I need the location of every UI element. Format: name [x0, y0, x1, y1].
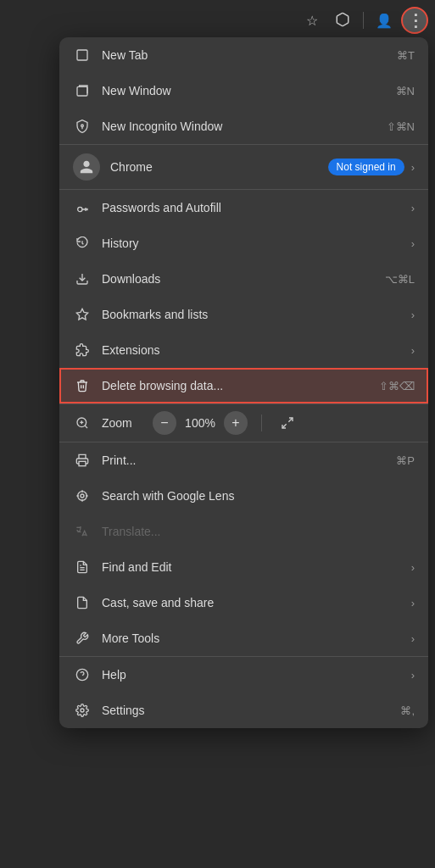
history-item[interactable]: History ›	[59, 225, 428, 261]
new-tab-icon	[73, 46, 92, 64]
cast-save-item[interactable]: Cast, save and share ›	[59, 585, 428, 620]
zoom-minus-icon: −	[160, 415, 168, 431]
passwords-label: Passwords and Autofill	[102, 201, 404, 214]
chrome-profile-label: Chrome	[110, 160, 328, 174]
extensions-icon	[73, 341, 92, 359]
svg-rect-12	[79, 461, 86, 465]
more-tools-icon	[73, 629, 92, 648]
cast-save-label: Cast, save and share	[102, 596, 404, 609]
downloads-shortcut: ⌥⌘L	[385, 273, 415, 286]
profile-button[interactable]: 👤	[371, 7, 398, 34]
settings-icon	[73, 701, 92, 720]
bookmarks-item[interactable]: Bookmarks and lists ›	[59, 297, 428, 332]
zoom-label: Zoom	[102, 416, 153, 430]
print-shortcut: ⌘P	[396, 454, 415, 467]
new-tab-shortcut: ⌘T	[397, 49, 415, 62]
tools-section: Passwords and Autofill › History ›	[59, 190, 428, 404]
new-window-shortcut: ⌘N	[396, 85, 415, 97]
zoom-value: 100%	[183, 416, 217, 430]
settings-item[interactable]: Settings ⌘,	[59, 693, 428, 728]
svg-rect-0	[77, 50, 87, 60]
help-arrow: ›	[411, 669, 415, 682]
google-lens-item[interactable]: Search with Google Lens	[59, 478, 428, 514]
new-tabs-section: New Tab ⌘T New Window ⌘N New Incognit	[59, 37, 428, 145]
zoom-icon	[73, 414, 92, 432]
find-edit-arrow: ›	[411, 561, 415, 574]
profile-avatar-icon: 👤	[376, 13, 393, 29]
downloads-item[interactable]: Downloads ⌥⌘L	[59, 261, 428, 297]
zoom-plus-icon: +	[231, 415, 239, 431]
help-icon	[73, 665, 92, 684]
translate-item: Translate...	[59, 514, 428, 549]
zoom-minus-button[interactable]: −	[153, 411, 176, 435]
history-arrow: ›	[411, 237, 415, 250]
new-tab-label: New Tab	[102, 48, 397, 62]
settings-shortcut: ⌘,	[400, 704, 415, 717]
chrome-profile-item[interactable]: Chrome Not signed in ›	[59, 145, 428, 189]
print-label: Print...	[102, 453, 396, 467]
system-section: Help › Settings ⌘,	[59, 657, 428, 728]
cast-save-arrow: ›	[411, 597, 415, 609]
print-item[interactable]: Print... ⌘P	[59, 442, 428, 478]
bookmarks-arrow: ›	[411, 309, 415, 321]
actions-section: Print... ⌘P Search with Google Lens	[59, 442, 428, 657]
star-button[interactable]: ☆	[298, 7, 326, 34]
svg-line-10	[288, 418, 293, 422]
new-tab-item[interactable]: New Tab ⌘T	[59, 37, 428, 73]
new-incognito-item[interactable]: New Incognito Window ⇧⌘N	[59, 108, 428, 144]
help-item[interactable]: Help ›	[59, 657, 428, 693]
chrome-profile-icon	[73, 153, 100, 181]
downloads-icon	[73, 270, 92, 288]
extensions-arrow: ›	[411, 344, 415, 357]
lens-icon	[73, 487, 92, 505]
google-lens-label: Search with Google Lens	[102, 489, 415, 503]
svg-line-7	[85, 426, 87, 428]
find-edit-item[interactable]: Find and Edit ›	[59, 549, 428, 585]
new-incognito-label: New Incognito Window	[102, 120, 387, 133]
new-incognito-shortcut: ⇧⌘N	[387, 120, 415, 133]
zoom-section: Zoom − 100% +	[59, 404, 428, 442]
incognito-icon	[73, 117, 92, 136]
bookmarks-label: Bookmarks and lists	[102, 308, 404, 321]
bookmarks-icon	[73, 305, 92, 324]
find-edit-label: Find and Edit	[102, 560, 404, 574]
history-label: History	[102, 236, 404, 250]
delete-browsing-item[interactable]: Delete browsing data... ⇧⌘⌫	[59, 368, 428, 403]
downloads-label: Downloads	[102, 272, 385, 286]
cast-save-icon	[73, 593, 92, 612]
three-dots-icon: ⋮	[407, 10, 423, 31]
svg-point-23	[81, 709, 84, 712]
extensions-item[interactable]: Extensions ›	[59, 332, 428, 368]
extensions-button[interactable]	[329, 7, 356, 34]
profile-section: Chrome Not signed in ›	[59, 145, 428, 190]
translate-label: Translate...	[102, 525, 415, 538]
more-tools-label: More Tools	[102, 632, 404, 645]
new-window-item[interactable]: New Window ⌘N	[59, 73, 428, 108]
delete-browsing-shortcut: ⇧⌘⌫	[379, 380, 415, 392]
more-tools-item[interactable]: More Tools ›	[59, 620, 428, 656]
svg-rect-1	[77, 86, 87, 96]
context-menu: New Tab ⌘T New Window ⌘N New Incognit	[59, 37, 428, 728]
extensions-label: Extensions	[102, 343, 404, 357]
zoom-fullscreen-button[interactable]	[276, 411, 299, 435]
passwords-item[interactable]: Passwords and Autofill ›	[59, 190, 428, 225]
menu-button[interactable]: ⋮	[401, 7, 428, 34]
zoom-row: Zoom − 100% +	[59, 404, 428, 442]
zoom-plus-button[interactable]: +	[224, 411, 248, 435]
history-icon	[73, 234, 92, 253]
svg-line-11	[282, 424, 287, 428]
not-signed-in-badge: Not signed in	[328, 159, 404, 175]
print-icon	[73, 451, 92, 470]
new-window-icon	[73, 81, 92, 100]
svg-point-13	[78, 492, 87, 501]
translate-icon	[73, 522, 92, 541]
find-edit-icon	[73, 558, 92, 576]
passwords-arrow: ›	[411, 202, 415, 214]
svg-marker-5	[76, 309, 87, 320]
delete-browsing-icon	[73, 376, 92, 395]
svg-point-14	[81, 494, 84, 498]
top-bar: ☆ 👤 ⋮	[0, 0, 435, 41]
svg-point-3	[78, 207, 82, 211]
more-tools-arrow: ›	[411, 632, 415, 645]
separator	[363, 12, 364, 29]
